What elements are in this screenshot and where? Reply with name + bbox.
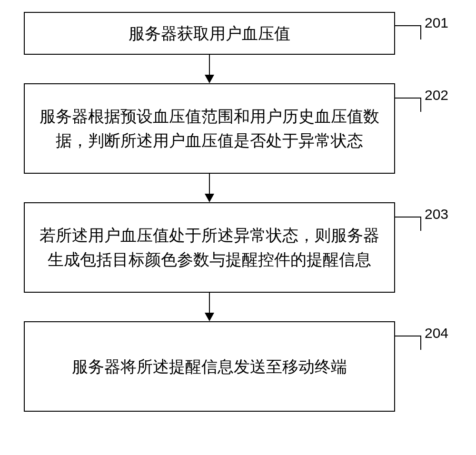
arrow-head-icon [205,313,214,321]
step-203-container: 若所述用户血压值处于所述异常状态，则服务器生成包括目标颜色参数与提醒控件的提醒信… [24,202,452,293]
label-line [395,25,421,40]
step-202-container: 服务器根据预设血压值范围和用户历史血压值数据，判断所述用户血压值是否处于异常状态… [24,83,452,174]
step-201-box: 服务器获取用户血压值 [24,12,395,55]
step-202-box: 服务器根据预设血压值范围和用户历史血压值数据，判断所述用户血压值是否处于异常状态 [24,83,395,174]
step-203-box: 若所述用户血压值处于所述异常状态，则服务器生成包括目标颜色参数与提醒控件的提醒信… [24,202,395,293]
step-202-text: 服务器根据预设血压值范围和用户历史血压值数据，判断所述用户血压值是否处于异常状态 [39,104,380,153]
step-201-id: 201 [425,15,448,31]
step-203-id: 203 [425,206,448,222]
arrow-1 [205,55,214,83]
flowchart-container: 服务器获取用户血压值 201 服务器根据预设血压值范围和用户历史血压值数据，判断… [24,12,452,412]
arrow-head-icon [205,194,214,202]
arrow-2 [205,174,214,202]
step-201-container: 服务器获取用户血压值 201 [24,12,452,55]
step-204-id: 204 [425,325,448,341]
step-203-text: 若所述用户血压值处于所述异常状态，则服务器生成包括目标颜色参数与提醒控件的提醒信… [39,223,380,272]
label-line [395,217,421,231]
label-line [395,336,421,350]
step-204-text: 服务器将所述提醒信息发送至移动终端 [72,355,347,379]
arrow-3 [205,293,214,321]
step-202-id: 202 [425,87,448,103]
arrow-line [209,174,210,194]
label-line [395,98,421,112]
step-204-box: 服务器将所述提醒信息发送至移动终端 [24,321,395,412]
arrow-line [209,293,210,313]
step-204-container: 服务器将所述提醒信息发送至移动终端 204 [24,321,452,412]
arrow-line [209,55,210,75]
arrow-head-icon [205,75,214,83]
step-201-text: 服务器获取用户血压值 [129,21,290,46]
